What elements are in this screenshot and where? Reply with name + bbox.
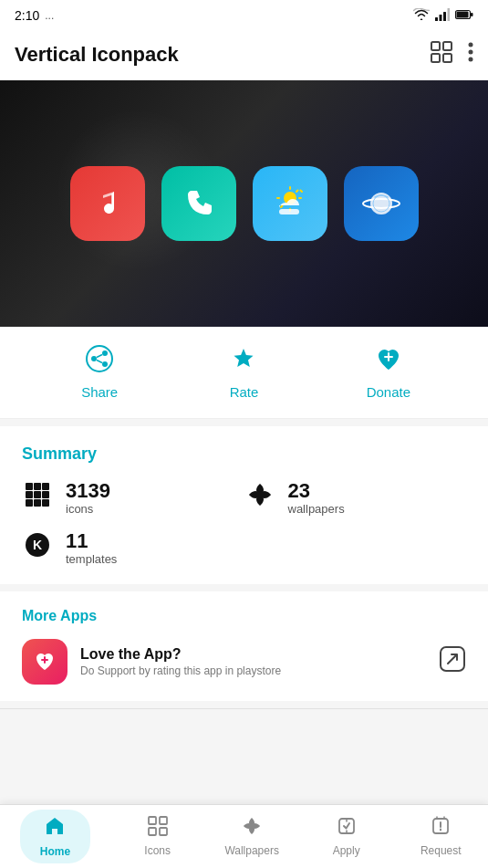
hero-icons xyxy=(70,166,419,241)
rate-label: Rate xyxy=(230,384,259,400)
svg-rect-31 xyxy=(34,491,41,498)
app-promo-left: Love the App? Do Support by rating this … xyxy=(22,639,281,685)
svg-rect-30 xyxy=(26,491,33,498)
more-icon[interactable] xyxy=(468,42,473,68)
svg-rect-15 xyxy=(279,209,299,214)
summary-grid: 3139 icons 23 wallpapers xyxy=(22,480,466,566)
templates-count: 11 xyxy=(66,530,117,552)
svg-point-44 xyxy=(249,823,254,829)
donate-label: Donate xyxy=(367,384,410,400)
nav-item-wallpapers[interactable]: Wallpapers xyxy=(224,816,279,857)
svg-rect-9 xyxy=(431,54,440,62)
svg-rect-1 xyxy=(440,15,442,21)
hero-icon-planet xyxy=(344,166,419,241)
hero-icon-phone xyxy=(161,166,236,241)
request-icon xyxy=(431,816,451,842)
share-button[interactable]: Share xyxy=(67,345,131,400)
svg-rect-42 xyxy=(149,828,156,835)
signal-icon xyxy=(435,8,450,24)
home-icon xyxy=(44,815,66,842)
nav-icons-label: Icons xyxy=(144,844,171,857)
promo-title: Love the App? xyxy=(80,646,281,663)
templates-label: templates xyxy=(66,552,117,566)
apply-icon xyxy=(337,816,357,842)
summary-title: Summary xyxy=(22,444,466,464)
svg-rect-28 xyxy=(34,483,41,490)
svg-rect-3 xyxy=(448,8,451,21)
svg-rect-41 xyxy=(160,817,167,824)
svg-text:K: K xyxy=(33,538,42,552)
share-label: Share xyxy=(81,384,118,400)
svg-point-20 xyxy=(87,346,112,371)
nav-request-label: Request xyxy=(421,844,462,857)
nav-item-request[interactable]: Request xyxy=(413,816,468,857)
svg-rect-35 xyxy=(42,499,49,507)
promo-text: Love the App? Do Support by rating this … xyxy=(80,646,281,677)
bottom-nav: Home Icons Wallpapers xyxy=(0,804,488,868)
svg-rect-34 xyxy=(34,499,41,507)
svg-rect-29 xyxy=(42,483,49,490)
svg-point-22 xyxy=(102,350,108,356)
summary-wallpapers-item: 23 wallpapers xyxy=(244,480,467,516)
svg-rect-7 xyxy=(431,42,440,50)
external-link-icon[interactable] xyxy=(439,645,466,679)
nav-flower-icon xyxy=(242,816,262,842)
summary-section: Summary 3139 icons xyxy=(0,426,488,584)
promo-subtitle: Do Support by rating this app in playsto… xyxy=(80,664,281,677)
nav-item-home[interactable]: Home xyxy=(20,810,90,863)
svg-rect-32 xyxy=(42,491,49,498)
status-dots: ... xyxy=(45,9,54,22)
summary-icons-item: 3139 icons xyxy=(22,480,244,516)
svg-rect-10 xyxy=(443,54,452,62)
more-apps-title: More Apps xyxy=(22,608,466,624)
svg-rect-33 xyxy=(26,499,33,507)
nav-grid-icon xyxy=(148,816,168,842)
svg-point-11 xyxy=(469,43,473,47)
app-title: Vertical Iconpack xyxy=(15,43,179,67)
svg-rect-27 xyxy=(26,483,33,490)
rate-button[interactable]: Rate xyxy=(212,345,275,400)
app-bar: Vertical Iconpack xyxy=(0,29,488,80)
svg-rect-43 xyxy=(160,828,167,835)
svg-point-21 xyxy=(91,356,97,361)
donate-button[interactable]: Donate xyxy=(357,345,421,400)
template-icon: K xyxy=(22,531,53,565)
hero-icon-weather xyxy=(253,166,327,241)
battery-icon xyxy=(455,8,473,23)
svg-point-13 xyxy=(469,58,473,62)
nav-item-icons[interactable]: Icons xyxy=(130,816,185,857)
action-section: Share Rate Donate xyxy=(0,327,488,419)
hero-icon-music xyxy=(70,166,145,241)
icons-label: icons xyxy=(66,502,110,516)
app-promo-card: Love the App? Do Support by rating this … xyxy=(22,639,466,685)
svg-rect-8 xyxy=(443,42,452,50)
svg-line-25 xyxy=(97,361,102,363)
wifi-icon xyxy=(413,8,430,24)
svg-rect-0 xyxy=(435,17,438,21)
app-bar-actions xyxy=(430,40,473,69)
icons-count: 3139 xyxy=(66,480,110,502)
wallpapers-count: 23 xyxy=(288,480,345,502)
hero-banner xyxy=(0,80,488,327)
nav-item-apply[interactable]: Apply xyxy=(319,816,374,857)
grid-icon[interactable] xyxy=(430,40,453,69)
nav-wallpapers-label: Wallpapers xyxy=(224,844,279,857)
svg-rect-6 xyxy=(457,12,469,18)
status-time: 2:10 xyxy=(15,8,39,23)
svg-rect-5 xyxy=(471,13,473,16)
svg-line-24 xyxy=(97,355,102,358)
donate-icon xyxy=(375,345,402,379)
flower-icon xyxy=(244,481,275,515)
share-icon xyxy=(86,345,113,379)
svg-rect-40 xyxy=(149,817,156,824)
icons-grid-icon xyxy=(22,481,53,515)
more-apps-section: More Apps Love the App? Do Support by ra… xyxy=(0,591,488,701)
summary-templates-item: K 11 templates xyxy=(22,530,244,566)
svg-point-36 xyxy=(256,491,264,498)
svg-marker-26 xyxy=(234,349,254,367)
svg-point-12 xyxy=(469,50,473,55)
nav-home-label: Home xyxy=(40,845,70,858)
status-bar: 2:10 ... xyxy=(0,0,488,29)
nav-apply-label: Apply xyxy=(333,844,360,857)
svg-point-23 xyxy=(102,361,108,367)
